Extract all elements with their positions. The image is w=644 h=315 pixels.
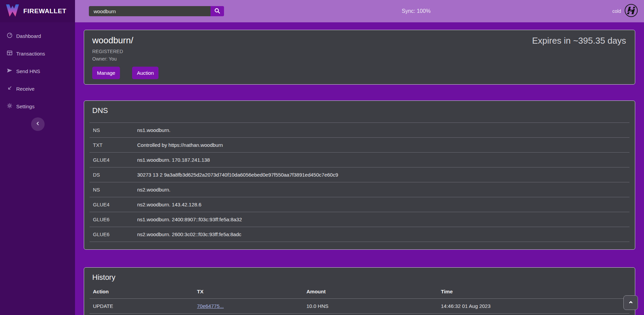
arrow-down-left-icon (7, 85, 13, 92)
gear-icon (7, 103, 13, 110)
table-icon (7, 50, 13, 57)
sidebar-item-label: Transactions (16, 51, 45, 57)
dns-record-type: GLUE6 (90, 227, 134, 242)
search-button[interactable] (210, 6, 224, 16)
wallet-name: cold (612, 8, 621, 14)
dns-record-type: NS (90, 123, 134, 138)
dns-record-row: DS 30273 13 2 9a3a8fb3d625d2a2073d740f10… (90, 167, 629, 182)
search-icon (214, 8, 220, 15)
brand-header: FIREWALLET (0, 0, 75, 22)
topbar: Sync: 100% cold (75, 0, 644, 22)
history-header-row: Action TX Amount Time (90, 285, 629, 299)
dns-record-type: DS (90, 167, 134, 182)
sidebar-item-send-hns[interactable]: Send HNS (0, 62, 75, 80)
dns-record-value: ns1.woodburn. 170.187.241.138 (134, 153, 629, 167)
history-col-action: Action (90, 285, 194, 299)
dns-record-value: ns2.woodburn. (134, 182, 629, 197)
sidebar-item-receive[interactable]: Receive (0, 80, 75, 97)
search-bar (89, 6, 224, 16)
history-time: 14:46:32 01 Aug 2023 (438, 299, 629, 314)
firewallet-logo-icon (5, 4, 20, 19)
dns-record-type: TXT (90, 138, 134, 153)
dns-record-row: GLUE4 ns1.woodburn. 170.187.241.138 (90, 153, 629, 167)
dns-record-value: ns2.woodburn. 143.42.128.6 (134, 197, 629, 212)
dns-record-row: GLUE4 ns2.woodburn. 143.42.128.6 (90, 197, 629, 212)
dns-section-title: DNS (90, 106, 629, 115)
sidebar: FIREWALLET Dashboard Transactions (0, 0, 75, 315)
paper-plane-icon (7, 68, 13, 74)
search-input[interactable] (89, 6, 210, 16)
gauge-icon (7, 32, 13, 39)
dns-record-type: GLUE4 (90, 153, 134, 167)
history-section-title: History (90, 273, 629, 282)
history-col-amount: Amount (303, 285, 438, 299)
name-card: woodburn/ REGISTERED Owner: You Expires … (84, 30, 635, 85)
sync-status: Sync: 100% (402, 0, 430, 22)
sidebar-item-label: Settings (16, 104, 34, 109)
dns-record-row: NS ns1.woodburn. (90, 123, 629, 138)
sidebar-item-dashboard[interactable]: Dashboard (0, 27, 75, 45)
dns-record-row: TXT Controlled by https://nathan.woodbur… (90, 138, 629, 153)
sidebar-item-label: Dashboard (16, 33, 41, 39)
dns-table: NS ns1.woodburn. TXT Controlled by https… (90, 122, 629, 242)
auction-button[interactable]: Auction (132, 67, 158, 79)
history-card: History Action TX Amount Time UPDATE 70e… (84, 267, 635, 315)
app-title: FIREWALLET (23, 7, 66, 15)
dns-record-row: GLUE6 ns1.woodburn. 2400:8907::f03c:93ff… (90, 212, 629, 227)
sidebar-item-label: Receive (16, 86, 34, 92)
history-col-time: Time (438, 285, 629, 299)
dns-record-type: GLUE6 (90, 212, 134, 227)
name-actions: Manage Auction (92, 67, 627, 79)
dns-record-value: ns2.woodburn. 2600:3c02::f03c:93ff:fe5a:… (134, 227, 629, 242)
dns-record-value: ns1.woodburn. 2400:8907::f03c:93ff:fe5a:… (134, 212, 629, 227)
registration-status: REGISTERED (92, 49, 627, 54)
main-content: woodburn/ REGISTERED Owner: You Expires … (75, 22, 644, 315)
sidebar-item-settings[interactable]: Settings (0, 97, 75, 115)
history-row: RENEW d70c4a75... 10.0 HNS 15:17:35 07 J… (90, 314, 629, 315)
history-action: UPDATE (90, 299, 194, 314)
sidebar-nav: Dashboard Transactions Send HNS (0, 22, 75, 115)
dns-record-type: NS (90, 182, 134, 197)
history-amount: 10.0 HNS (303, 299, 438, 314)
history-amount: 10.0 HNS (303, 314, 438, 315)
dns-record-value: Controlled by https://nathan.woodburn (134, 138, 629, 153)
wallet-indicator[interactable]: cold (612, 0, 638, 22)
history-action: RENEW (90, 314, 194, 315)
handshake-logo-icon (624, 4, 638, 19)
chevron-left-icon (35, 121, 41, 128)
history-row: UPDATE 70e64775... 10.0 HNS 14:46:32 01 … (90, 299, 629, 314)
dns-record-row: GLUE6 ns2.woodburn. 2600:3c02::f03c:93ff… (90, 227, 629, 242)
dns-card: DNS NS ns1.woodburn. TXT Controlled by h… (84, 100, 635, 250)
history-table: Action TX Amount Time UPDATE 70e64775...… (90, 285, 629, 315)
history-col-tx: TX (194, 285, 303, 299)
dns-record-value: ns1.woodburn. (134, 123, 629, 138)
dns-record-value: 30273 13 2 9a3a8fb3d625d2a2073d740f10da6… (134, 167, 629, 182)
owner-label: Owner: You (92, 56, 627, 62)
chevron-up-icon (628, 299, 634, 306)
tx-hash-link[interactable]: 70e64775... (197, 303, 224, 309)
dns-record-row: NS ns2.woodburn. (90, 182, 629, 197)
scroll-to-top-button[interactable] (623, 295, 638, 310)
sidebar-item-transactions[interactable]: Transactions (0, 45, 75, 62)
sidebar-collapse-button[interactable] (31, 117, 45, 131)
manage-button[interactable]: Manage (92, 67, 120, 79)
history-time: 15:17:35 07 Jul 2023 (438, 314, 629, 315)
dns-record-type: GLUE4 (90, 197, 134, 212)
expires-label: Expires in ~395.35 days (532, 36, 626, 46)
sidebar-item-label: Send HNS (16, 68, 40, 74)
